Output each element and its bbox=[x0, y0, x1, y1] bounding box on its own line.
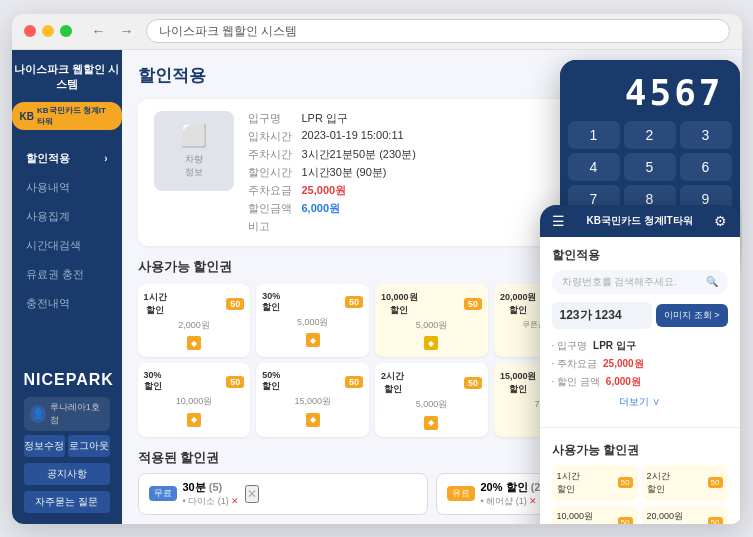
coupon-30pct-2-title: 30%할인 bbox=[144, 370, 162, 393]
ticket-free-sub: • 다이소 (1) ✕ bbox=[183, 495, 240, 508]
coupon-50pct-count: 50 bbox=[345, 376, 363, 388]
search-icon: 🔍 bbox=[706, 276, 718, 287]
coupon-1h-title: 1시간할인 bbox=[144, 291, 167, 317]
coupon-30pct-2-value: 10,000원 bbox=[144, 395, 245, 408]
forward-button[interactable]: → bbox=[116, 20, 138, 42]
parking-fee-label: 주차요금 bbox=[248, 183, 292, 198]
kb-badge: KB KB국민카드 청계IT타워 bbox=[12, 102, 122, 130]
numpad-5[interactable]: 5 bbox=[624, 153, 676, 181]
sidebar-item-time[interactable]: 시간대검색 bbox=[12, 231, 122, 260]
coupon-30pct-2-icon: ◆ bbox=[187, 413, 201, 427]
coupon-50pct-value: 15,000원 bbox=[262, 395, 363, 408]
coupon-1h-count: 50 bbox=[226, 298, 244, 310]
sidebar-item-aggregate[interactable]: 사용집계 bbox=[12, 202, 122, 231]
arrow-icon: › bbox=[104, 153, 107, 164]
browser-window: ← → 나이스파크 웹할인 시스템 나이스파크 웹할인 시스템 KB KB국민카… bbox=[12, 14, 742, 524]
mobile-fee-value: 25,000원 bbox=[603, 355, 644, 373]
coupon-30pct-2-count: 50 bbox=[226, 376, 244, 388]
coupon-10000-count: 50 bbox=[464, 298, 482, 310]
parking-time-value: 3시간21분50분 (230분) bbox=[302, 147, 592, 162]
coupon-30pct-icon: ◆ bbox=[306, 333, 320, 347]
coupon-50pct-title: 50%할인 bbox=[262, 370, 280, 393]
coupon-15000-title: 15,000원할인 bbox=[500, 370, 537, 396]
address-text: 나이스파크 웹할인 시스템 bbox=[159, 23, 298, 40]
mobile-panel: ☰ KB국민카드 청계IT타워 ⚙ 할인적용 차량번호를 검색해주세요. 🔍 1… bbox=[540, 205, 740, 524]
sidebar-item-charge-history[interactable]: 충전내역 bbox=[12, 289, 122, 318]
register-button[interactable]: 정보수정 bbox=[24, 435, 66, 457]
address-bar[interactable]: 나이스파크 웹할인 시스템 bbox=[146, 19, 730, 43]
coupon-10000[interactable]: 10,000원할인 50 5,000원 ◆ bbox=[375, 284, 488, 358]
sidebar-logo: 나이스파크 웹할인 시스템 bbox=[12, 62, 122, 93]
mobile-coupon-grid: 1시간할인 50 2시간할인 50 10,000원할인 50 20,000원 bbox=[552, 465, 728, 524]
numpad-display: 4567 bbox=[568, 68, 732, 115]
mobile-coupon-20000-title: 20,000원할인 bbox=[647, 510, 684, 524]
ticket-paid-name: 20% 할인 (2) bbox=[481, 480, 545, 495]
coupon-2h-title: 2시간할인 bbox=[381, 370, 404, 396]
mobile-fee-label: · 주차요금 bbox=[552, 355, 598, 373]
kb-icon: KB bbox=[20, 111, 34, 122]
user-name: 루나레아1호점 bbox=[50, 401, 104, 427]
coupon-2h[interactable]: 2시간할인 50 5,000원 ◆ bbox=[375, 363, 488, 437]
sidebar: 나이스파크 웹할인 시스템 KB KB국민카드 청계IT타워 할인적용 › 사용… bbox=[12, 50, 122, 524]
notice-button[interactable]: 공지사항 bbox=[24, 463, 110, 485]
numpad-2[interactable]: 2 bbox=[624, 121, 676, 149]
hamburger-icon[interactable]: ☰ bbox=[552, 213, 565, 229]
mobile-coupon-1h[interactable]: 1시간할인 50 bbox=[552, 465, 638, 501]
sidebar-item-label: 할인적용 bbox=[26, 151, 70, 166]
mobile-coupon-2h-count: 50 bbox=[708, 477, 723, 488]
logout-button[interactable]: 로그아웃 bbox=[68, 435, 110, 457]
coupon-30pct-2[interactable]: 30%할인 50 10,000원 ◆ bbox=[138, 363, 251, 437]
coupon-2h-count: 50 bbox=[464, 377, 482, 389]
mobile-coupon-1h-count: 50 bbox=[618, 477, 633, 488]
mobile-more-btn[interactable]: 더보기 ∨ bbox=[552, 391, 728, 413]
coupon-2h-value: 5,000원 bbox=[381, 398, 482, 411]
mobile-available-section: 사용가능 할인권 1시간할인 50 2시간할인 50 10,000원할인 50 bbox=[540, 432, 740, 524]
fullscreen-traffic-light[interactable] bbox=[60, 25, 72, 37]
sidebar-item-history[interactable]: 사용내역 bbox=[12, 173, 122, 202]
mobile-available-title: 사용가능 할인권 bbox=[552, 442, 728, 459]
numpad-1[interactable]: 1 bbox=[568, 121, 620, 149]
coupon-1h[interactable]: 1시간할인 50 2,000원 ◆ bbox=[138, 284, 251, 358]
back-button[interactable]: ← bbox=[88, 20, 110, 42]
mobile-panel-header: ☰ KB국민카드 청계IT타워 ⚙ bbox=[540, 205, 740, 237]
coupon-50pct[interactable]: 50%할인 50 15,000원 ◆ bbox=[256, 363, 369, 437]
mobile-coupon-10000-title: 10,000원할인 bbox=[557, 510, 594, 524]
entry-time-label: 입차시간 bbox=[248, 129, 292, 144]
discount-fee-label: 할인금액 bbox=[248, 201, 292, 216]
kb-label: KB국민카드 청계IT타워 bbox=[37, 105, 114, 127]
sidebar-item-label: 충전내역 bbox=[26, 296, 70, 311]
vehicle-photo: ⬜ 차량정보 bbox=[154, 111, 234, 191]
coupon-30pct-value: 5,000원 bbox=[262, 316, 363, 329]
minimize-traffic-light[interactable] bbox=[42, 25, 54, 37]
search-placeholder: 차량번호를 검색해주세요. bbox=[562, 275, 678, 289]
ticket-free-name: 30분 (5) bbox=[183, 480, 240, 495]
mobile-search-bar[interactable]: 차량번호를 검색해주세요. 🔍 bbox=[552, 270, 728, 294]
ticket-free-close[interactable]: ✕ bbox=[245, 485, 259, 503]
sidebar-item-charge[interactable]: 유료권 충전 bbox=[12, 260, 122, 289]
mobile-plate-btn[interactable]: 이미지 조회 > bbox=[656, 304, 727, 327]
entry-time-value: 2023-01-19 15:00:11 bbox=[302, 129, 592, 144]
numpad-6[interactable]: 6 bbox=[680, 153, 732, 181]
close-traffic-light[interactable] bbox=[24, 25, 36, 37]
coupon-20000-title: 20,000원할인 bbox=[500, 291, 537, 317]
numpad-4[interactable]: 4 bbox=[568, 153, 620, 181]
paid-badge: 유료 bbox=[447, 486, 475, 501]
traffic-lights bbox=[24, 25, 72, 37]
sidebar-item-discount[interactable]: 할인적용 › bbox=[12, 144, 122, 173]
mobile-coupon-10000[interactable]: 10,000원할인 50 bbox=[552, 505, 638, 524]
mobile-entry-value: LPR 입구 bbox=[593, 337, 636, 355]
mobile-coupon-20000[interactable]: 20,000원할인 50 bbox=[642, 505, 728, 524]
sidebar-bottom: NICEPARK 👤 루나레아1호점 정보수정 로그아웃 공지사항 자주묻는 질… bbox=[12, 361, 122, 524]
coupon-30pct[interactable]: 30%할인 50 5,000원 ◆ bbox=[256, 284, 369, 358]
coupon-1h-value: 2,000원 bbox=[144, 319, 245, 332]
numpad-3[interactable]: 3 bbox=[680, 121, 732, 149]
sidebar-item-label: 유료권 충전 bbox=[26, 267, 84, 282]
faq-button[interactable]: 자주묻는 질문 bbox=[24, 491, 110, 513]
coupon-1h-icon: ◆ bbox=[187, 336, 201, 350]
mobile-discount-section: 할인적용 차량번호를 검색해주세요. 🔍 123가 1234 이미지 조회 > … bbox=[540, 237, 740, 423]
sidebar-menu: 할인적용 › 사용내역 사용집계 시간대검색 유료권 충전 충전내역 bbox=[12, 144, 122, 318]
mobile-coupon-2h[interactable]: 2시간할인 50 bbox=[642, 465, 728, 501]
settings-icon[interactable]: ⚙ bbox=[714, 213, 727, 229]
browser-titlebar: ← → 나이스파크 웹할인 시스템 bbox=[12, 14, 742, 50]
coupon-10000-title: 10,000원할인 bbox=[381, 291, 418, 317]
